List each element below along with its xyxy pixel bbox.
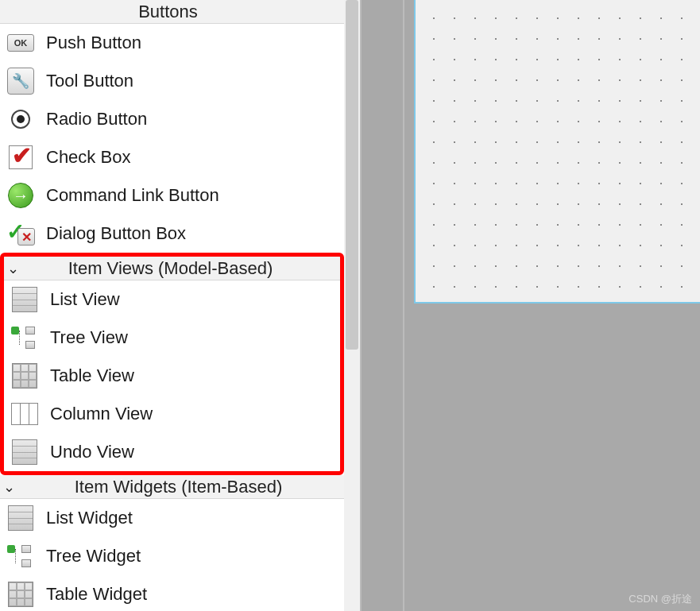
- designer-area: CSDN @折途: [362, 0, 700, 611]
- widget-radio-button[interactable]: Radio Button: [0, 100, 360, 138]
- widget-list-widget[interactable]: List Widget: [0, 499, 360, 537]
- widget-label: List View: [50, 289, 120, 310]
- widget-label: Command Link Button: [46, 185, 219, 206]
- widget-tree-view[interactable]: Tree View: [4, 319, 340, 357]
- widget-column-view[interactable]: Column View: [4, 395, 340, 433]
- widget-tree-widget[interactable]: Tree Widget: [0, 537, 360, 575]
- undo-view-icon: [9, 436, 41, 468]
- widget-label: Table View: [50, 365, 134, 386]
- highlight-annotation: ⌄ Item Views (Model-Based) List View Tre…: [0, 253, 344, 475]
- widget-push-button[interactable]: OK Push Button: [0, 24, 360, 62]
- table-widget-icon: [5, 578, 37, 610]
- splitter-gutter[interactable]: [362, 0, 403, 611]
- widget-label: Tree View: [50, 327, 128, 348]
- widget-undo-view[interactable]: Undo View: [4, 433, 340, 471]
- table-view-icon: [9, 360, 41, 392]
- category-label: Item Widgets (Item-Based): [24, 477, 357, 497]
- widget-label: Push Button: [46, 33, 141, 53]
- widget-list-view[interactable]: List View: [4, 280, 340, 319]
- command-link-icon: →: [5, 180, 37, 211]
- widget-table-view[interactable]: Table View: [4, 357, 340, 395]
- category-label: Buttons: [3, 2, 357, 22]
- widget-label: Table Widget: [46, 584, 147, 605]
- list-view-icon: [9, 284, 41, 315]
- chevron-down-icon: ⌄: [7, 260, 23, 277]
- dialog-button-box-icon: ✓✕: [5, 218, 37, 249]
- tree-view-icon: [9, 322, 41, 354]
- tree-widget-icon: [5, 540, 37, 572]
- watermark-text: CSDN @折途: [628, 592, 692, 606]
- category-header-buttons[interactable]: Buttons: [0, 0, 360, 24]
- push-button-icon: OK: [5, 27, 37, 59]
- widget-label: Check Box: [46, 147, 130, 168]
- canvas-background: [403, 0, 700, 611]
- widget-label: Column View: [50, 404, 153, 424]
- category-header-item-widgets[interactable]: ⌄ Item Widgets (Item-Based): [0, 475, 360, 499]
- list-widget-icon: [5, 502, 37, 534]
- widget-dialog-button-box[interactable]: ✓✕ Dialog Button Box: [0, 215, 360, 253]
- widget-check-box[interactable]: Check Box: [0, 138, 360, 176]
- widget-command-link-button[interactable]: → Command Link Button: [0, 176, 360, 215]
- widget-box-panel: Buttons OK Push Button 🔧 Tool Button Rad…: [0, 0, 362, 611]
- category-label: Item Views (Model-Based): [28, 258, 337, 279]
- widget-label: List Widget: [46, 508, 133, 528]
- widget-tool-button[interactable]: 🔧 Tool Button: [0, 62, 360, 100]
- tool-button-icon: 🔧: [5, 65, 37, 97]
- widget-label: Dialog Button Box: [46, 223, 186, 244]
- scroll-thumb[interactable]: [346, 0, 358, 350]
- widget-label: Undo View: [50, 442, 134, 462]
- column-view-icon: [9, 398, 41, 430]
- widget-label: Tree Widget: [46, 546, 141, 567]
- widget-table-widget[interactable]: Table Widget: [0, 575, 360, 611]
- form-canvas[interactable]: [414, 0, 700, 304]
- category-header-item-views[interactable]: ⌄ Item Views (Model-Based): [4, 257, 340, 280]
- widget-label: Radio Button: [46, 109, 147, 130]
- widget-label: Tool Button: [46, 71, 133, 91]
- radio-button-icon: [5, 103, 37, 135]
- check-box-icon: [5, 141, 37, 173]
- scrollbar[interactable]: [344, 0, 360, 611]
- chevron-down-icon: ⌄: [3, 478, 19, 496]
